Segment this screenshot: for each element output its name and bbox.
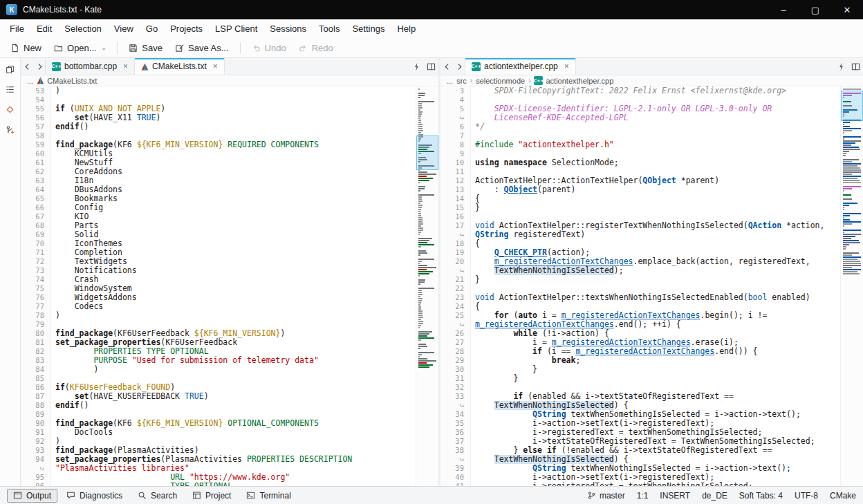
minimap-viewport[interactable] (416, 136, 438, 170)
code-line[interactable]: 90find_package(KF6 ${KF6_MIN_VERSION} OP… (21, 419, 416, 428)
code-line[interactable]: 95 URL "https://www.kde.org" (21, 473, 416, 482)
code-line[interactable]: ↪ LicenseRef-KDE-Accepted-LGPL (440, 113, 840, 122)
status-dictionary[interactable]: de_DE (702, 491, 727, 501)
tab-actiontexthelper-cpp[interactable]: C++actiontexthelper.cpp× (465, 58, 576, 75)
minimize-button[interactable]: – (768, 0, 799, 19)
code-line[interactable]: 86if(KF6UserFeedback_FOUND) (21, 383, 416, 392)
code-line[interactable]: 68 Parts (21, 221, 416, 230)
code-line[interactable]: 14{ (440, 194, 840, 203)
code-line[interactable]: 26 while (!i->action) { (440, 329, 840, 338)
menu-sessions[interactable]: Sessions (263, 21, 313, 37)
code-line[interactable]: 82 PROPERTIES TYPE OPTIONAL (21, 347, 416, 356)
status-cursor-position[interactable]: 1:1 (637, 491, 649, 501)
code-line[interactable]: 84 ) (21, 365, 416, 374)
code-line[interactable]: 41 i->registeredText = textWhenNothingIs… (440, 482, 840, 486)
code-line[interactable]: 59find_package(KF6 ${KF6_MIN_VERSION} RE… (21, 140, 416, 149)
code-line[interactable]: 5 SPDX-License-Identifier: LGPL-2.1-only… (440, 104, 840, 113)
code-line[interactable]: 71 Completion (21, 248, 416, 257)
minimap-left[interactable] (416, 86, 438, 486)
code-line[interactable]: 92) (21, 437, 416, 446)
code-line[interactable]: 37 i->textStateOfRegisteredText = TextWh… (440, 437, 840, 446)
code-line[interactable]: 35 i->action->setText(i->registeredText)… (440, 419, 840, 428)
code-line[interactable]: ↪ TextWhenNothingIsSelected); (440, 266, 840, 275)
statusbar-project-button[interactable]: Project (186, 489, 237, 503)
quick-switch-button[interactable] (409, 58, 424, 75)
code-line[interactable]: 7 (440, 131, 840, 140)
statusbar-search-button[interactable]: Search (131, 489, 183, 503)
code-line[interactable]: 64 DBusAddons (21, 185, 416, 194)
code-line[interactable]: 13 : QObject(parent) (440, 185, 840, 194)
code-line[interactable]: 63 I18n (21, 176, 416, 185)
maximize-button[interactable]: ▢ (799, 0, 831, 19)
code-line[interactable]: 60 KCMUtils (21, 149, 416, 158)
code-line[interactable]: 87 set(HAVE_KUSERFEEDBACK TRUE) (21, 392, 416, 401)
code-line[interactable]: 29 break; (440, 356, 840, 365)
history-forward-button[interactable] (453, 58, 465, 75)
code-line[interactable]: 55if (UNIX AND NOT APPLE) (21, 104, 416, 113)
code-line[interactable]: 69 Solid (21, 230, 416, 239)
minimap-viewport[interactable] (841, 91, 863, 121)
split-view-button[interactable] (424, 58, 438, 75)
code-line[interactable]: 31 } (440, 374, 840, 383)
menu-edit[interactable]: Edit (30, 21, 58, 37)
menu-tools[interactable]: Tools (313, 21, 346, 37)
breadcrumb-item-cmakelists-txt[interactable]: CMakeLists.txt (37, 77, 97, 85)
code-area-left[interactable]: 53)5455if (UNIX AND NOT APPLE)56 set(HAV… (21, 86, 416, 486)
code-line[interactable]: 40 i->action->setText(i->registeredText)… (440, 473, 840, 482)
status-highlight-mode[interactable]: CMake (830, 491, 856, 501)
menu-go[interactable]: Go (140, 21, 164, 37)
code-line[interactable]: 22 (440, 284, 840, 293)
undo-button[interactable]: Undo (246, 41, 292, 55)
code-line[interactable]: 21} (440, 275, 840, 284)
history-forward-button[interactable] (33, 58, 46, 75)
code-area-right[interactable]: 3 SPDX-FileCopyrightText: 2022 Felix Ern… (440, 86, 840, 486)
code-line[interactable]: 39 QString textWhenNothingIsSelected = i… (440, 464, 840, 473)
menu-lsp-client[interactable]: LSP Client (209, 21, 263, 37)
statusbar-terminal-button[interactable]: Terminal (240, 489, 297, 503)
code-line[interactable]: 36 i->registeredText = textWhenSomething… (440, 428, 840, 437)
code-line[interactable]: 81set_package_properties(KF6UserFeedback (21, 338, 416, 347)
code-line[interactable]: 20 m_registeredActionTextChanges.emplace… (440, 257, 840, 266)
code-line[interactable]: 74 Crash (21, 275, 416, 284)
code-line[interactable]: 19 Q_CHECK_PTR(action); (440, 248, 840, 257)
breadcrumb-item-actiontexthelper-cpp[interactable]: C++actiontexthelper.cpp (534, 76, 613, 85)
code-line[interactable]: ↪m_registeredActionTextChanges.end(); ++… (440, 320, 840, 329)
code-line[interactable]: 72 TextWidgets (21, 257, 416, 266)
code-line[interactable]: 62 CoreAddons (21, 167, 416, 176)
code-line[interactable]: 30 } (440, 365, 840, 374)
menu-selection[interactable]: Selection (58, 21, 107, 37)
code-line[interactable]: 24{ (440, 302, 840, 311)
redo-button[interactable]: Redo (293, 41, 339, 55)
quick-switch-button[interactable] (834, 58, 848, 75)
open-button[interactable]: Open...⌄ (48, 41, 111, 55)
code-line[interactable]: 91 DocTools (21, 428, 416, 437)
code-line[interactable]: 15} (440, 203, 840, 212)
status-tab-settings[interactable]: Soft Tabs: 4 (739, 491, 783, 501)
code-line[interactable]: 10using namespace SelectionMode; (440, 158, 840, 167)
tab-close-icon[interactable]: × (213, 62, 218, 71)
code-line[interactable]: 78) (21, 311, 416, 320)
new-button[interactable]: New (5, 41, 47, 55)
code-line[interactable]: 11 (440, 167, 840, 176)
sidebar-document-list-button[interactable] (6, 85, 15, 94)
menu-projects[interactable]: Projects (164, 21, 209, 37)
code-line[interactable]: 58 (21, 131, 416, 140)
code-line[interactable]: ↪ TextWhenNothingIsSelected) { (440, 401, 840, 410)
code-line[interactable]: 32 (440, 383, 840, 392)
code-line[interactable]: 23void ActionTextHelper::textsWhenNothin… (440, 293, 840, 302)
save-button[interactable]: Save (123, 41, 168, 55)
breadcrumb-item-selectionmode[interactable]: selectionmode (476, 77, 525, 85)
status-input-mode[interactable]: INSERT (660, 491, 690, 501)
code-line[interactable]: 75 WindowSystem (21, 284, 416, 293)
history-back-button[interactable] (440, 58, 453, 75)
breadcrumb-ellipsis[interactable]: ... (27, 77, 33, 85)
code-line[interactable]: 93find_package(PlasmaActivities) (21, 446, 416, 455)
code-line[interactable]: 67 KIO (21, 212, 416, 221)
code-line[interactable]: 73 Notifications (21, 266, 416, 275)
save-as-button[interactable]: Save As... (169, 41, 234, 55)
code-line[interactable]: 96 TYPE OPTIONAL (21, 482, 416, 486)
code-line[interactable]: 4 (440, 95, 840, 104)
code-line[interactable]: 85 (21, 374, 416, 383)
code-line[interactable]: 28 if (i == m_registeredActionTextChange… (440, 347, 840, 356)
code-line[interactable]: 38 } else if (!enabled && i->textStateOf… (440, 446, 840, 455)
